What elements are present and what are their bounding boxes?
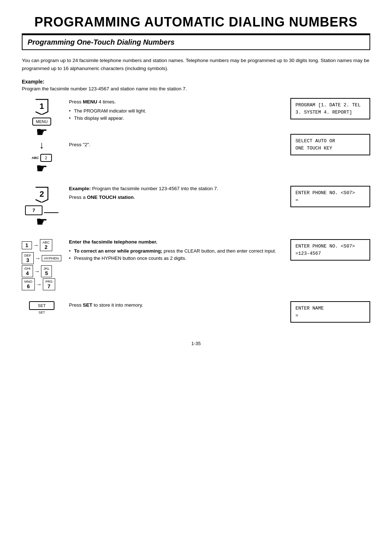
page-title: PROGRAMMING AUTOMATIC DIALING NUMBERS [22,15,370,30]
steps-container: 1 MENU ☛ ↓ ABC 2 ☛ Press MENU 4 times. [22,98,370,323]
kp-7-num: 7 [48,283,50,289]
kp-row-2: DEF 3 → HYPHEN [22,252,62,264]
step3-display: ENTER PHONE NO. <S07> =123-4567 [290,239,370,261]
hand-icon-2: ☛ [36,215,48,228]
example-desc: Program the facsimile number 123-4567 an… [22,86,370,91]
kp-6-num: 6 [27,283,30,289]
section-title: Programming One-Touch Dialing Numbers [28,38,364,46]
kp-7-sub: PRS [45,279,53,283]
step3-bullet-list: To correct an error while programming; p… [69,248,283,262]
arrow-down-1: ↓ [39,139,44,151]
kp-key-1[interactable]: 1 [22,241,32,249]
kp-key-4[interactable]: GHI 4 [22,265,33,277]
kp-row-4: MNO 6 → PRS 7 [22,278,62,290]
page-footer: 1-35 [22,341,370,346]
hand-icon-1: ☛ [36,126,48,139]
step2-badge-row: 2 [33,186,50,203]
step1-row: 1 MENU ☛ ↓ ABC 2 ☛ Press MENU 4 times. [22,98,370,175]
step1-badge: 1 [33,98,50,115]
step1-instr-col: Press MENU 4 times. The PROGRAM indicato… [69,98,283,148]
kp-3-sub: DEF [24,253,31,257]
kp-key-2[interactable]: ABC 2 [40,239,52,251]
kp-2-sub: ABC [42,240,50,244]
step4-row: SET SET Press SET to store it into memor… [22,301,370,323]
step1-bullet-list: The PROGRAM indicator will light. This d… [69,107,283,122]
step1-press-menu-text: Press MENU 4 times. The PROGRAM indicato… [69,98,283,122]
step3-keypad-col: 1 → ABC 2 DEF 3 → HYPHEN GHI [22,239,62,290]
intro-paragraph: You can program up to 24 facsimile telep… [22,57,370,72]
step2-badge: 2 [33,186,50,203]
step4-icon-col: SET SET [22,301,62,314]
set-key-sublabel: SET [38,311,45,314]
kp-6-sub: MNO [24,279,32,283]
kp-1-num: 1 [25,242,28,248]
kp-4-num: 4 [26,270,29,276]
kp-arrow-2: → [35,255,41,262]
set-key[interactable]: SET [29,301,54,310]
hand-icon-1b: ☛ [36,162,48,175]
step1-icon-col: 1 MENU ☛ ↓ ABC 2 ☛ [22,98,62,175]
step1-bullet-1: The PROGRAM indicator will light. [69,107,283,115]
step1-bullet-2: This display will appear. [69,115,283,122]
section-header: Programming One-Touch Dialing Numbers [22,34,370,50]
station7-wrapper: 7 [25,205,58,215]
kp-key-5[interactable]: JKL 5 [41,265,52,277]
kp-3-num: 3 [26,257,29,263]
step1-display: PROGRAM [1. DATE 2. TEL 3. SYSTEM 4. REP… [290,98,370,119]
abc-sublabel: ABC [32,156,39,160]
step2-instruction: Press a ONE TOUCH station. [69,193,283,201]
step4-display: ENTER NAME = [290,301,370,323]
station7-key[interactable]: 7 [25,205,42,215]
step2-display: ENTER PHONE NO. <S07> = [290,186,370,207]
step1b-display: SELECT AUTO OR ONE TOUCH KEY [290,134,370,155]
kp-2-num: 2 [45,244,48,250]
example-label: Example: [22,79,370,85]
step2-icon-col: 2 7 ☛ [22,186,62,228]
step1-number: 1 [40,102,44,111]
step3-instr-col: Enter the facsimile telephone number. To… [69,239,283,262]
kp-arrow-4: → [36,281,42,288]
kp-4-sub: GHI [24,266,30,270]
station-line [44,208,58,213]
step2-number: 2 [40,189,44,199]
step2-example-header: Example: Program the facsimile number 12… [69,186,283,191]
step1-display-col: PROGRAM [1. DATE 2. TEL 3. SYSTEM 4. REP… [290,98,370,155]
kp-key-7[interactable]: PRS 7 [43,278,55,290]
step4-instr-col: Press SET to store it into memory. [69,301,283,309]
step3-bullet-1: To correct an error while programming; p… [69,248,283,255]
step3-instruction-title: Enter the facsimile telephone number. [69,239,283,245]
step2-instr-col: Example: Program the facsimile number 12… [69,186,283,201]
kp-row-3: GHI 4 → JKL 5 [22,265,62,277]
kp-key-3[interactable]: DEF 3 [22,252,34,264]
set-key-label: SET [38,303,45,308]
kp-5-sub: JKL [44,266,49,270]
kp-arrow-3: → [34,268,40,275]
kp-key-6[interactable]: MNO 6 [22,278,35,290]
kp-key-hyphen[interactable]: HYPHEN [42,255,61,261]
step2-row: 2 7 ☛ Example: Program the facsimile num… [22,186,370,228]
kp-row-1: 1 → ABC 2 [22,239,62,251]
kp-arrow-1: → [33,242,39,249]
step1b-press2-text: Press "2". [69,141,283,149]
kp-5-num: 5 [45,270,48,276]
menu-key-label: MENU [36,119,48,124]
step4-instruction: Press SET to store it into memory. [69,301,283,309]
step3-bullet-2: Pressing the HYPHEN button once counts a… [69,255,283,262]
step3-row: 1 → ABC 2 DEF 3 → HYPHEN GHI [22,239,370,290]
